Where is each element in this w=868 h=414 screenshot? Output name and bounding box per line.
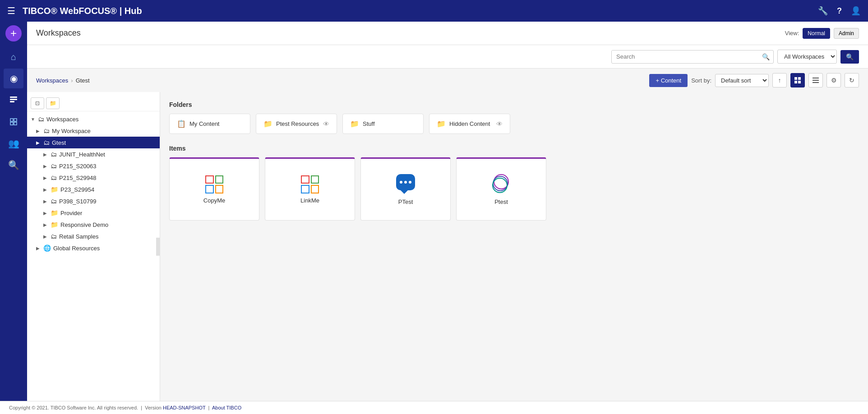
tree-item-label: P215_S20063 bbox=[59, 163, 156, 170]
portal-view-btn[interactable]: ⊡ bbox=[31, 97, 44, 109]
tree-item-label: P23_S29954 bbox=[60, 186, 156, 193]
brand-title: TIBCO® WebFOCUS® | Hub bbox=[23, 6, 818, 16]
sort-select[interactable]: Default sortName A-ZName Z-ADate Modifie… bbox=[715, 74, 769, 87]
tree-item-junit[interactable]: ▶ 🗂 JUNIT_HealthNet bbox=[27, 148, 160, 160]
tree-item-gtest[interactable]: ▶ 🗂 Gtest bbox=[27, 137, 160, 148]
svg-rect-10 bbox=[798, 81, 801, 83]
user-icon[interactable]: 👤 bbox=[851, 6, 861, 16]
collapse-tree-handle[interactable]: ‹ bbox=[156, 238, 160, 256]
main-content: Folders 📋 My Content 📁 Ptest Resources 👁… bbox=[160, 92, 868, 401]
tree-item-p398s10799[interactable]: ▶ 🗂 P398_S10799 bbox=[27, 195, 160, 207]
item-name: LinkMe bbox=[300, 197, 319, 204]
item-card-ptest[interactable]: PTest bbox=[360, 157, 451, 221]
items-row: CopyMe LinkMe bbox=[169, 157, 859, 221]
tree-item-myworkspace[interactable]: ▶ 🗂 My Workspace bbox=[27, 125, 160, 137]
help-icon[interactable]: ? bbox=[837, 6, 842, 16]
ptest-resources-eye-icon: 👁 bbox=[323, 120, 329, 128]
hidden-content-folder-icon: 📁 bbox=[437, 120, 446, 128]
add-content-button[interactable]: + Content bbox=[649, 74, 688, 87]
tree-item-global-resources[interactable]: ▶ 🌐 Global Resources bbox=[27, 242, 160, 254]
footer-version-link[interactable]: HEAD-SNAPSHOT bbox=[163, 405, 206, 410]
item-card-copyme[interactable]: CopyMe bbox=[169, 157, 259, 221]
reports-icon[interactable] bbox=[4, 90, 23, 110]
junit-folder-icon: 🗂 bbox=[51, 151, 57, 158]
workspaces-folder-icon: 🗂 bbox=[38, 115, 44, 123]
tree-item-retail-samples[interactable]: ▶ 🗂 Retail Samples bbox=[27, 230, 160, 242]
grid-view-button[interactable] bbox=[790, 73, 805, 87]
users-icon[interactable]: 👥 bbox=[4, 133, 23, 153]
global-resources-icon: 🌐 bbox=[43, 244, 51, 252]
tree-item-workspaces[interactable]: ▼ 🗂 Workspaces bbox=[27, 113, 160, 125]
dashboard-icon[interactable]: ◉ bbox=[4, 69, 23, 88]
footer-copyright: Copyright © 2021. TIBCO Software Inc. Al… bbox=[9, 405, 138, 410]
tree-panel: ⊡ 📁 ▼ 🗂 Workspaces ▶ 🗂 My Workspace ▶ 🗂 bbox=[27, 92, 160, 401]
content-area: Workspaces View: Normal Admin 🔍 All Work… bbox=[27, 22, 868, 401]
search-magnifier-icon: 🔍 bbox=[758, 51, 773, 63]
tree-item-label: P398_S10799 bbox=[59, 198, 156, 205]
item-name: CopyMe bbox=[203, 197, 225, 204]
search-input[interactable] bbox=[612, 51, 758, 63]
item-card-ptest2[interactable]: Ptest bbox=[456, 157, 546, 221]
svg-rect-5 bbox=[10, 122, 13, 125]
folder-ptest-resources[interactable]: 📁 Ptest Resources 👁 bbox=[256, 114, 337, 134]
tree-item-label: JUNIT_HealthNet bbox=[59, 151, 156, 158]
view-label: View: bbox=[785, 30, 799, 37]
linkme-icon bbox=[301, 175, 319, 193]
tree-item-p23s29954[interactable]: ▶ 📁 P23_S29954 bbox=[27, 184, 160, 195]
folder-stuff[interactable]: 📁 Stuff bbox=[342, 114, 424, 134]
tree-item-label: Retail Samples bbox=[59, 233, 156, 240]
footer-about-link[interactable]: About TIBCO bbox=[212, 405, 241, 410]
settings-button[interactable]: ⚙ bbox=[826, 73, 841, 87]
provider-folder-icon: 📁 bbox=[51, 209, 58, 216]
main-layout: + ⌂ ◉ 👥 🔍 Workspaces View: Normal Admin bbox=[0, 22, 868, 401]
tree-item-label: Workspaces bbox=[46, 116, 156, 123]
tree-item-responsive-demo[interactable]: ▶ 📁 Responsive Demo bbox=[27, 219, 160, 230]
refresh-button[interactable]: ↻ bbox=[845, 73, 859, 87]
home-icon[interactable]: ⌂ bbox=[4, 47, 23, 67]
list-view-button[interactable] bbox=[808, 73, 823, 87]
search-input-wrap: 🔍 bbox=[611, 50, 774, 64]
folder-hidden-content[interactable]: 📁 Hidden Content 👁 bbox=[429, 114, 510, 134]
sort-up-button[interactable]: ↑ bbox=[772, 73, 787, 87]
my-content-folder-icon: 📋 bbox=[177, 120, 186, 128]
svg-rect-9 bbox=[794, 81, 797, 83]
tree-item-label: Provider bbox=[60, 210, 156, 216]
breadcrumb-sep: › bbox=[71, 77, 73, 84]
search-go-button[interactable]: 🔍 bbox=[840, 50, 859, 64]
svg-rect-12 bbox=[813, 80, 819, 81]
ptest-chat-icon bbox=[396, 174, 415, 190]
tree-item-p215s29948[interactable]: ▶ 🗂 P215_S29948 bbox=[27, 172, 160, 184]
icon-sidebar: + ⌂ ◉ 👥 🔍 bbox=[0, 22, 27, 401]
item-name: Ptest bbox=[494, 198, 508, 205]
data-icon[interactable] bbox=[4, 112, 23, 132]
svg-rect-1 bbox=[10, 99, 17, 100]
header-bar: Workspaces View: Normal Admin bbox=[27, 22, 868, 45]
breadcrumb-workspaces[interactable]: Workspaces bbox=[36, 77, 68, 84]
view-normal-button[interactable]: Normal bbox=[803, 28, 830, 39]
p215s29948-folder-icon: 🗂 bbox=[51, 174, 57, 181]
tree-item-p215s20063[interactable]: ▶ 🗂 P215_S20063 bbox=[27, 160, 160, 172]
body-split: ⊡ 📁 ▼ 🗂 Workspaces ▶ 🗂 My Workspace ▶ 🗂 bbox=[27, 92, 868, 401]
page-title: Workspaces bbox=[36, 28, 785, 38]
folder-view-btn[interactable]: 📁 bbox=[46, 97, 60, 109]
item-card-linkme[interactable]: LinkMe bbox=[265, 157, 355, 221]
responsive-demo-folder-icon: 📁 bbox=[51, 221, 58, 228]
tree-item-label: Gtest bbox=[52, 139, 156, 146]
view-toggle: View: Normal Admin bbox=[785, 28, 859, 39]
add-content-icon[interactable]: + bbox=[5, 25, 22, 41]
search-sidebar-icon[interactable]: 🔍 bbox=[4, 155, 23, 175]
svg-rect-11 bbox=[813, 78, 819, 78]
svg-rect-7 bbox=[794, 77, 797, 80]
tree-item-label: Responsive Demo bbox=[60, 221, 156, 228]
folder-name: Hidden Content bbox=[449, 120, 490, 127]
workspace-select[interactable]: All Workspaces bbox=[777, 50, 837, 64]
toolbar-right: + Content Sort by: Default sortName A-ZN… bbox=[649, 73, 859, 87]
view-admin-button[interactable]: Admin bbox=[834, 28, 859, 39]
folder-my-content[interactable]: 📋 My Content bbox=[169, 114, 250, 134]
tree-item-provider[interactable]: ▶ 📁 Provider bbox=[27, 207, 160, 219]
folder-name: Ptest Resources bbox=[276, 120, 319, 127]
items-section-title: Items bbox=[169, 145, 859, 152]
wrench-icon[interactable]: 🔧 bbox=[818, 6, 828, 16]
hamburger-icon[interactable]: ☰ bbox=[7, 5, 15, 16]
gtest-folder-icon: 🗂 bbox=[43, 139, 50, 146]
